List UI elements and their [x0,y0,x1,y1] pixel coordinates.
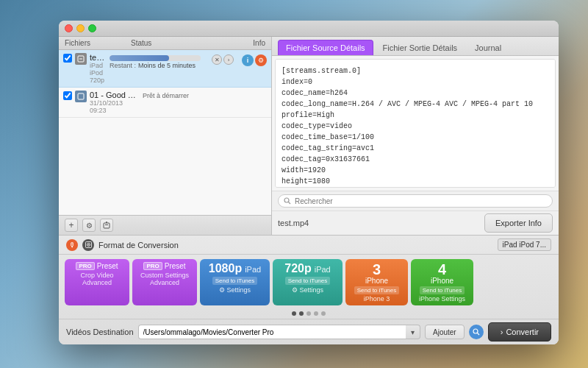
preset-iphone4-sub: iPhone Settings [419,295,465,302]
dot-1 [292,311,296,316]
preset-iphone3-itunes: Send to iTunes [354,286,400,294]
preset-1080p-device: iPad [245,265,261,274]
file-info-2: 01 - Good Times, Bad Times – Led Zeppeli… [90,91,138,114]
progress-fill-1 [110,55,169,61]
preset-custom-settings[interactable]: PRO Preset Custom Settings Advanced [132,259,197,305]
file-sub-1: iPad iPod 720p [90,62,105,84]
destination-label: Vidéos Destination [66,328,134,336]
convert-button[interactable]: › Convertir [488,322,551,342]
preset-iphone3-number: 3 [373,262,381,277]
destination-row: Vidéos Destination ▾ Ajouter › Convertir [59,319,559,344]
preset-1080p-ipad[interactable]: 1080p iPad Send to iTunes ⚙ Settings [200,259,270,305]
preset-1080p-settings[interactable]: ⚙ Settings [219,286,251,294]
search-input[interactable] [278,194,553,208]
minimize-button[interactable] [76,24,85,32]
stop-btn-1[interactable]: ✕ [212,54,222,65]
preset-1080p-res: 1080p [209,262,242,275]
destination-path-input[interactable] [138,325,406,339]
tab-journal[interactable]: Journal [467,40,509,55]
titlebar [59,21,559,37]
file-item-1[interactable]: test.mp4 iPad iPod 720p Restant : Moins … [59,50,271,88]
search-bar [272,191,559,210]
file-item-2[interactable]: 01 - Good Times, Bad Times – Led Zeppeli… [59,88,271,118]
info-line-0: [streams.stream.0] [282,66,549,77]
dot-2 [299,311,304,316]
preset-iphone4-itunes: Send to iTunes [420,286,465,294]
tab-bar: Fichier Source Détails Fichier Sortie Dé… [272,37,559,56]
settings-file-button[interactable]: ⚙ [82,219,96,232]
file-name-1: test.mp4 [90,53,105,62]
info-line-3: codec_long_name=H.264 / AVC / MPEG-4 AVC… [282,99,549,110]
preset-iphone4[interactable]: 4 iPhone Send to iTunes iPhone Settings [411,259,473,305]
tab-source-details[interactable]: Fichier Source Détails [278,40,373,55]
dot-3 [306,311,311,316]
info-line-8: codec_tag=0x31637661 [282,154,549,165]
preset-1080p-itunes: Send to iTunes [212,277,258,285]
preset-preset-label-2: Preset [165,262,186,270]
add-file-button[interactable]: + [65,219,78,232]
preset-preset-label-1: Preset [97,262,118,270]
svg-point-9 [473,329,478,333]
tab-output-details[interactable]: Fichier Sortie Détails [375,40,465,55]
format-device-label[interactable]: iPad iPod 7... [498,238,551,251]
file-checkbox-1[interactable] [63,54,72,63]
search-destination-button[interactable] [469,325,484,339]
remove-file-button[interactable] [100,219,113,232]
convert-area: › Convertir [488,322,551,342]
status-header: Status [131,39,226,47]
preset-iphone3[interactable]: 3 iPhone Send to iTunes iPhone 3 [345,259,408,305]
main-content: Fichiers Status Info test.mp4 iPad iPod … [59,37,559,235]
info-line-11: coded_width=1920 [282,187,549,188]
dot-5 [321,311,326,316]
file-icon-2 [75,91,87,102]
info-btn-1[interactable]: i [242,54,254,66]
pro-badge-1: PRO [76,262,94,270]
info-line-7: codec_tag_string=avc1 [282,143,549,154]
status-label-1: Restant : [110,62,136,69]
file-sub-2: 31/10/2013 09:23 [90,99,138,114]
status-label-2: Prêt à démarrer [143,92,189,99]
info-content: [streams.stream.0] index=0 codec_name=h2… [275,59,556,188]
traffic-lights [65,24,96,32]
file-status-1: Restant : Moins de 5 minutes [105,53,201,69]
add-destination-button[interactable]: Ajouter [425,325,465,339]
right-panel: Fichier Source Détails Fichier Sortie Dé… [272,37,559,235]
info-line-4: profile=High [282,110,549,121]
path-dropdown-button[interactable]: ▾ [406,325,420,339]
status-time-1: Moins de 5 minutes [138,62,196,69]
mic-icon: 🎙 [66,239,78,251]
format-bar: 🎙 Format de Conversion iPad iPod 7... [59,236,559,255]
info-line-10: height=1080 [282,176,549,187]
left-panel: Fichiers Status Info test.mp4 iPad iPod … [59,37,272,235]
dots-indicator [59,310,559,319]
gear-btn-1[interactable]: ⚙ [255,54,267,66]
file-info-btns-1: ✕ › [201,53,234,65]
exporter-info-button[interactable]: Exporter Info [484,213,553,233]
pro-badge-2: PRO [143,262,162,270]
svg-line-10 [477,333,479,336]
play-btn-1[interactable]: › [223,54,234,65]
preset-iphone4-device: iPhone [431,277,453,285]
file-name-2: 01 - Good Times, Bad Times – Led Zeppeli… [90,91,138,99]
convert-label: Convertir [506,328,539,336]
presets-row: PRO Preset Crop Video Advanced PRO Prese… [59,255,559,310]
close-button[interactable] [65,24,73,32]
maximize-button[interactable] [88,24,96,32]
preset-top-2: PRO Preset [143,262,185,270]
film-icon [82,239,94,251]
status-text-row-1: Restant : Moins de 5 minutes [110,62,201,69]
svg-rect-3 [104,223,110,228]
preset-crop-video[interactable]: PRO Preset Crop Video Advanced [65,259,129,305]
dot-4 [314,311,318,316]
info-line-6: codec_time_base=1/100 [282,132,549,143]
preset-crop-sub: Advanced [82,279,112,286]
preset-iphone3-device: iPhone [365,277,388,285]
preset-720p-ipad[interactable]: 720p iPad Send to iTunes ⚙ Settings [273,259,343,305]
preset-iphone3-sub: iPhone 3 [364,295,390,302]
file-checkbox-2[interactable] [63,91,72,100]
convert-chevron: › [501,328,503,336]
format-label: Format de Conversion [98,241,493,250]
preset-720p-settings[interactable]: ⚙ Settings [292,286,323,294]
destination-path: ▾ [138,325,420,339]
preset-720p-itunes: Send to iTunes [285,277,331,285]
